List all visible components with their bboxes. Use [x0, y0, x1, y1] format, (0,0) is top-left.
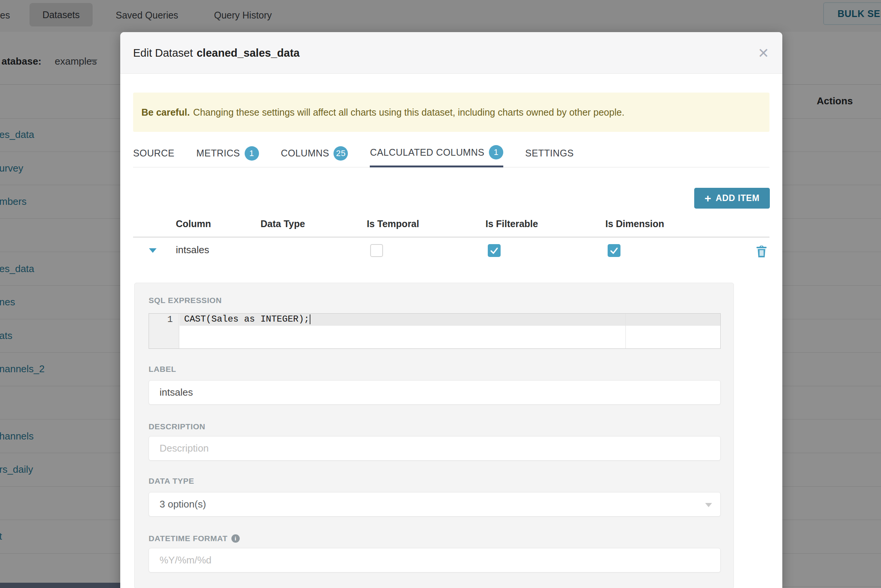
- tab-source-label: SOURCE: [133, 148, 174, 159]
- close-icon[interactable]: ✕: [754, 44, 772, 62]
- is-dimension-checkbox[interactable]: [608, 244, 620, 257]
- tab-columns-label: COLUMNS: [281, 148, 329, 159]
- label-input[interactable]: [149, 380, 721, 405]
- divider: [133, 237, 769, 238]
- editor-print-margin: [625, 314, 626, 348]
- is-filterable-checkbox[interactable]: [488, 244, 501, 257]
- text-cursor: [310, 314, 310, 324]
- metrics-count-badge: 1: [245, 146, 259, 161]
- chevron-down-icon: [705, 503, 712, 507]
- description-input[interactable]: [149, 436, 721, 461]
- sql-expression-label: SQL EXPRESSION: [149, 296, 222, 305]
- datetime-format-label-text: DATETIME FORMAT: [149, 534, 228, 543]
- data-type-select-value: 3 option(s): [160, 498, 206, 510]
- calculated-column-detail-panel: SQL EXPRESSION 1 CAST(Sales as INTEGER);…: [134, 283, 734, 588]
- delete-trash-icon[interactable]: [755, 245, 768, 258]
- column-header-column: Column: [176, 218, 211, 229]
- plus-icon: +: [704, 193, 711, 204]
- tab-calculated-columns[interactable]: CALCULATED COLUMNS 1: [370, 139, 503, 167]
- column-header-is-dimension: Is Dimension: [605, 218, 664, 229]
- tab-columns[interactable]: COLUMNS 25: [281, 139, 348, 167]
- modal-title-prefix: Edit Dataset: [133, 47, 193, 59]
- sql-expression-editor[interactable]: 1 CAST(Sales as INTEGER);: [149, 313, 721, 349]
- tab-calculated-columns-label: CALCULATED COLUMNS: [370, 147, 484, 158]
- column-header-is-temporal: Is Temporal: [367, 218, 419, 229]
- tab-settings-label: SETTINGS: [525, 148, 574, 159]
- datetime-format-input[interactable]: [149, 548, 721, 573]
- add-item-button[interactable]: + ADD ITEM: [694, 188, 770, 209]
- calculated-column-name: intsales: [176, 244, 209, 256]
- label-field-label: LABEL: [149, 365, 176, 374]
- check-icon: [610, 246, 619, 255]
- check-icon: [490, 246, 499, 255]
- expand-row-caret-icon[interactable]: [149, 248, 157, 253]
- column-header-is-filterable: Is Filterable: [485, 218, 538, 229]
- tab-metrics-label: METRICS: [196, 148, 240, 159]
- editor-line-number: 1: [149, 314, 179, 348]
- modal-title-dataset-name: cleaned_sales_data: [197, 47, 299, 59]
- tab-source[interactable]: SOURCE: [133, 139, 174, 167]
- tab-settings[interactable]: SETTINGS: [525, 139, 574, 167]
- data-type-select[interactable]: 3 option(s): [149, 492, 721, 517]
- modal-tabs: SOURCE METRICS 1 COLUMNS 25 CALCULATED C…: [133, 139, 769, 167]
- tab-metrics[interactable]: METRICS 1: [196, 139, 259, 167]
- modal-header: Edit Dataset cleaned_sales_data ✕: [120, 32, 782, 74]
- screen: es Datasets Saved Queries Query History …: [0, 0, 881, 588]
- calculated-columns-count-badge: 1: [489, 145, 503, 159]
- warning-banner-bold: Be careful.: [141, 107, 190, 118]
- column-header-data-type: Data Type: [261, 218, 305, 229]
- info-icon[interactable]: i: [231, 534, 240, 543]
- datetime-format-field-label: DATETIME FORMAT i: [149, 534, 240, 543]
- warning-banner: Be careful. Changing these settings will…: [133, 93, 769, 132]
- data-type-field-label: DATA TYPE: [149, 477, 194, 486]
- edit-dataset-modal: Edit Dataset cleaned_sales_data ✕ Be car…: [120, 32, 782, 588]
- description-field-label: DESCRIPTION: [149, 422, 205, 431]
- is-temporal-checkbox[interactable]: [370, 244, 383, 257]
- modal-title: Edit Dataset cleaned_sales_data: [133, 32, 299, 74]
- warning-banner-text: Changing these settings will affect all …: [193, 107, 625, 118]
- sql-code-text: CAST(Sales as INTEGER);: [184, 314, 309, 324]
- columns-count-badge: 25: [333, 146, 348, 161]
- sql-code: CAST(Sales as INTEGER);: [184, 314, 310, 324]
- add-item-label: ADD ITEM: [716, 193, 760, 203]
